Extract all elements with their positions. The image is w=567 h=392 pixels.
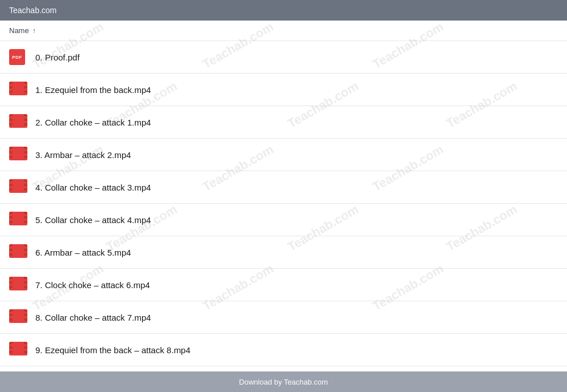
video-icon	[9, 114, 27, 130]
video-icon	[9, 277, 27, 293]
list-item[interactable]: 1. Ezequiel from the back.mp4	[0, 74, 567, 106]
file-name: 2. Collar choke – attack 1.mp4	[35, 118, 151, 127]
file-name: 9. Ezequiel from the back – attack 8.mp4	[35, 345, 191, 355]
list-item[interactable]: 3. Armbar – attack 2.mp4	[0, 139, 567, 171]
name-column-label: Name	[9, 26, 29, 35]
file-name: 5. Collar choke – attack 4.mp4	[35, 215, 151, 225]
file-list: PDF 0. Proof.pdf 1. Ezequiel from the ba…	[0, 41, 567, 392]
app-header: Teachab.com	[0, 0, 567, 21]
file-name: 4. Collar choke – attack 3.mp4	[35, 183, 151, 192]
list-item[interactable]: 7. Clock choke – attack 6.mp4	[0, 269, 567, 301]
file-name: 0. Proof.pdf	[35, 52, 80, 62]
list-item[interactable]: 9. Ezequiel from the back – attack 8.mp4	[0, 334, 567, 366]
file-name: 3. Armbar – attack 2.mp4	[35, 150, 131, 160]
list-item[interactable]: 4. Collar choke – attack 3.mp4	[0, 171, 567, 204]
video-icon	[9, 244, 27, 260]
file-name: 1. Ezequiel from the back.mp4	[35, 85, 151, 95]
file-name: 8. Collar choke – attack 7.mp4	[35, 313, 151, 322]
video-icon	[9, 179, 27, 195]
file-name: 7. Clock choke – attack 6.mp4	[35, 280, 150, 290]
app-footer: Download by Teachab.com	[0, 371, 567, 392]
column-header: Name ↑	[0, 21, 567, 41]
video-icon	[9, 342, 27, 358]
app-title: Teachab.com	[9, 6, 56, 15]
sort-arrow-icon: ↑	[33, 27, 36, 35]
pdf-icon: PDF	[9, 49, 27, 65]
video-icon	[9, 309, 27, 325]
list-item[interactable]: 6. Armbar – attack 5.mp4	[0, 236, 567, 269]
list-item[interactable]: 8. Collar choke – attack 7.mp4	[0, 301, 567, 334]
video-icon	[9, 147, 27, 163]
list-item[interactable]: 2. Collar choke – attack 1.mp4	[0, 106, 567, 139]
list-item[interactable]: 5. Collar choke – attack 4.mp4	[0, 204, 567, 236]
video-icon	[9, 82, 27, 98]
file-name: 6. Armbar – attack 5.mp4	[35, 248, 131, 257]
footer-text: Download by Teachab.com	[239, 378, 328, 386]
list-item[interactable]: PDF 0. Proof.pdf	[0, 41, 567, 74]
video-icon	[9, 212, 27, 228]
